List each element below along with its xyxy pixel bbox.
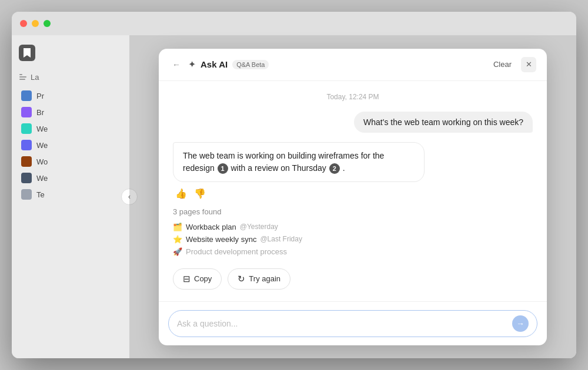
- app-content: La Pr Br We We Wo: [12, 35, 576, 358]
- page-3-title: Product development process: [186, 247, 287, 256]
- modal-badge: Q&A Beta: [232, 60, 269, 69]
- pages-found-section: 3 pages found 🗂️ Workback plan @Yesterda…: [173, 207, 533, 258]
- page-1-meta: @Yesterday: [240, 223, 278, 231]
- ai-message: The web team is working on building wire…: [173, 142, 533, 200]
- sidebar-item-3-icon: [21, 123, 32, 134]
- refresh-icon: ↻: [238, 274, 245, 284]
- user-message: What's the web team working on this week…: [173, 112, 533, 133]
- sidebar-item-4[interactable]: We: [19, 137, 122, 153]
- pages-found-label: 3 pages found: [173, 207, 533, 216]
- sidebar-item-7[interactable]: Te: [19, 186, 122, 203]
- page-2-meta: @Last Friday: [260, 235, 302, 243]
- sidebar-item-2[interactable]: Br: [19, 104, 122, 120]
- page-1-emoji: 🗂️: [173, 223, 182, 231]
- modal-back-button[interactable]: ←: [169, 58, 183, 72]
- minimize-traffic-light[interactable]: [32, 20, 39, 27]
- modal-title: Ask AI: [201, 59, 228, 69]
- feedback-buttons: 👍 👎: [173, 187, 533, 200]
- main-area: ‹ ← ✦ Ask AI Q&A Beta Clear: [129, 35, 576, 358]
- sidebar-item-1[interactable]: Pr: [19, 88, 122, 104]
- send-button[interactable]: →: [512, 315, 529, 332]
- ai-response-part2: with a review on Thursday: [230, 163, 326, 173]
- close-icon: ✕: [526, 60, 532, 69]
- ai-message-bubble: The web team is working on building wire…: [173, 142, 425, 182]
- modal-close-button[interactable]: ✕: [521, 57, 536, 72]
- ask-question-input[interactable]: [177, 319, 512, 328]
- ask-ai-modal: ← ✦ Ask AI Q&A Beta Clear ✕: [159, 49, 547, 345]
- sidebar-item-1-icon: [21, 90, 32, 101]
- sidebar-item-2-icon: [21, 107, 32, 117]
- sidebar-item-7-icon: [21, 189, 32, 200]
- page-link-1[interactable]: 🗂️ Workback plan @Yesterday: [173, 221, 533, 233]
- copy-button[interactable]: ⊟ Copy: [173, 268, 222, 290]
- sidebar-section-label: La: [19, 73, 122, 82]
- message-timestamp: Today, 12:24 PM: [173, 93, 533, 101]
- thumbs-down-button[interactable]: 👎: [193, 187, 207, 200]
- page-link-3[interactable]: 🚀 Product development process: [173, 245, 533, 258]
- thumbs-up-button[interactable]: 👍: [174, 187, 188, 200]
- close-traffic-light[interactable]: [20, 20, 27, 27]
- sidebar: La Pr Br We We Wo: [12, 35, 129, 358]
- page-link-2[interactable]: ⭐ Website weekly sync @Last Friday: [173, 233, 533, 245]
- page-2-title: Website weekly sync: [186, 235, 256, 244]
- page-2-emoji: ⭐: [173, 235, 182, 244]
- try-again-button[interactable]: ↻ Try again: [228, 268, 290, 290]
- sidebar-item-6[interactable]: We: [19, 170, 122, 186]
- copy-icon: ⊟: [183, 274, 191, 284]
- modal-body: Today, 12:24 PM What's the web team work…: [159, 81, 547, 301]
- svg-rect-0: [19, 74, 22, 75]
- sidebar-item-4-icon: [21, 140, 32, 150]
- app-window: La Pr Br We We Wo: [12, 12, 576, 358]
- sidebar-item-5-icon: [21, 156, 32, 167]
- maximize-traffic-light[interactable]: [44, 20, 51, 27]
- sidebar-item-3[interactable]: We: [19, 120, 122, 137]
- sidebar-logo: [19, 45, 35, 61]
- modal-footer: →: [159, 301, 547, 345]
- user-message-bubble: What's the web team working on this week…: [354, 112, 533, 133]
- ai-response-num1: 1: [218, 163, 228, 174]
- sidebar-item-6-icon: [21, 173, 32, 183]
- send-icon: →: [516, 319, 524, 328]
- titlebar: [12, 12, 576, 35]
- clear-button[interactable]: Clear: [489, 58, 516, 71]
- ai-response-num2: 2: [329, 163, 340, 174]
- modal-header: ← ✦ Ask AI Q&A Beta Clear ✕: [159, 49, 547, 81]
- ask-ai-icon: ✦: [188, 59, 196, 70]
- sidebar-item-5[interactable]: Wo: [19, 153, 122, 170]
- svg-rect-1: [19, 76, 26, 78]
- action-buttons: ⊟ Copy ↻ Try again: [173, 268, 533, 290]
- svg-rect-2: [19, 79, 25, 80]
- ai-response-end: .: [343, 163, 345, 173]
- input-wrapper: →: [168, 310, 537, 337]
- modal-overlay: ← ✦ Ask AI Q&A Beta Clear ✕: [129, 35, 576, 358]
- page-3-emoji: 🚀: [173, 247, 182, 256]
- page-1-title: Workback plan: [186, 223, 236, 231]
